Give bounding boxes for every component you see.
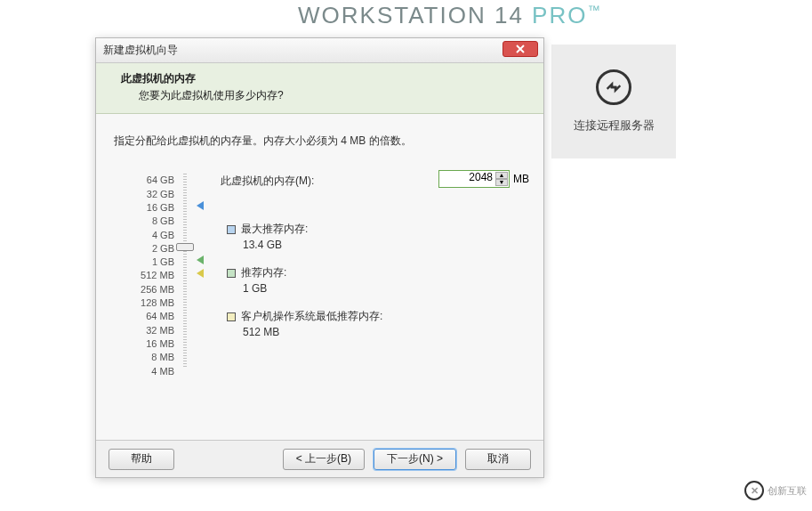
new-vm-wizard-dialog: 新建虚拟机向导 此虚拟机的内存 您要为此虚拟机使用多少内存? 指定分配给此虚拟机… — [95, 37, 544, 478]
memory-input-row: 2048 ▲ ▼ MB — [438, 170, 529, 188]
remote-icon — [596, 69, 631, 105]
scale-tick-label: 16 GB — [121, 201, 174, 215]
close-button[interactable] — [502, 41, 538, 57]
remote-server-tile[interactable]: 连接远程服务器 — [551, 45, 676, 158]
recommendations: 最大推荐内存: 13.4 GB 推荐内存: 1 GB 客户机操作系统最低推荐内存… — [227, 222, 382, 353]
memory-hint: 指定分配给此虚拟机的内存量。内存大小必须为 4 MB 的倍数。 — [114, 134, 529, 149]
reco-value: 13.4 GB — [227, 239, 382, 251]
cancel-button[interactable]: 取消 — [465, 449, 531, 470]
back-button[interactable]: < 上一步(B) — [283, 449, 365, 470]
memory-scale: 64 GB 32 GB 16 GB 8 GB 4 GB 2 GB 1 GB 51… — [121, 174, 174, 377]
reco-value: 1 GB — [227, 282, 382, 295]
scale-tick-label: 512 MB — [121, 269, 174, 282]
scale-tick-label: 1 GB — [121, 256, 174, 269]
help-button[interactable]: 帮助 — [109, 449, 174, 470]
scale-tick-label: 16 MB — [121, 337, 174, 351]
memory-unit: MB — [513, 173, 529, 185]
reco-min: 客户机操作系统最低推荐内存: 512 MB — [227, 309, 382, 338]
scale-tick-label: 32 GB — [121, 188, 174, 201]
wizard-footer: 帮助 < 上一步(B) 下一步(N) > 取消 — [96, 440, 543, 477]
scale-tick-label: 64 GB — [121, 174, 174, 187]
reco-max: 最大推荐内存: 13.4 GB — [227, 222, 382, 251]
remote-label: 连接远程服务器 — [574, 118, 655, 134]
scale-tick-label: 64 MB — [121, 310, 174, 323]
memory-value: 2048 — [469, 171, 493, 183]
reco-recommended: 推荐内存: 1 GB — [227, 265, 382, 295]
memory-spinner[interactable]: 2048 ▲ ▼ — [438, 170, 510, 188]
reco-label: 最大推荐内存: — [241, 223, 308, 235]
dialog-title: 新建虚拟机向导 — [103, 43, 178, 58]
product-name: WORKSTATION 14 — [298, 2, 524, 28]
spinner-down-icon[interactable]: ▼ — [495, 179, 508, 186]
square-icon — [227, 269, 236, 278]
watermark-logo-icon: ✕ — [744, 481, 764, 500]
recommended-marker-icon — [197, 256, 204, 264]
square-icon — [227, 312, 236, 321]
product-edition: PRO — [532, 2, 587, 28]
reco-value: 512 MB — [227, 326, 382, 338]
memory-slider-track[interactable] — [183, 174, 187, 368]
wizard-header-title: 此虚拟机的内存 — [121, 70, 533, 87]
square-icon — [227, 225, 236, 234]
scale-tick-label: 8 GB — [121, 215, 174, 228]
scale-tick-label: 4 MB — [121, 365, 174, 378]
reco-label: 客户机操作系统最低推荐内存: — [241, 310, 382, 322]
wizard-header-sub: 您要为此虚拟机使用多少内存? — [121, 87, 533, 104]
min-marker-icon — [197, 269, 204, 278]
scale-tick-label: 128 MB — [121, 296, 174, 310]
scale-tick-label: 8 MB — [121, 351, 174, 364]
scale-tick-label: 4 GB — [121, 229, 174, 242]
memory-area: 此虚拟机的内存(M): 2048 ▲ ▼ MB 64 GB 32 GB 16 G… — [114, 174, 529, 387]
wizard-header: 此虚拟机的内存 您要为此虚拟机使用多少内存? — [96, 63, 543, 114]
scale-tick-label: 2 GB — [121, 242, 174, 256]
scale-tick-label: 32 MB — [121, 324, 174, 337]
wizard-content: 指定分配给此虚拟机的内存量。内存大小必须为 4 MB 的倍数。 此虚拟机的内存(… — [96, 114, 543, 396]
titlebar[interactable]: 新建虚拟机向导 — [96, 38, 543, 63]
product-title: WORKSTATION 14 PRO™ — [298, 2, 601, 29]
watermark-text: 创新互联 — [768, 484, 807, 498]
memory-slider-thumb[interactable] — [176, 243, 194, 251]
max-marker-icon — [197, 201, 204, 210]
scale-tick-label: 256 MB — [121, 283, 174, 296]
watermark: ✕ 创新互联 — [744, 481, 807, 500]
next-button[interactable]: 下一步(N) > — [374, 449, 456, 470]
memory-input-label: 此虚拟机的内存(M): — [221, 174, 314, 189]
spinner-arrows[interactable]: ▲ ▼ — [495, 172, 508, 186]
reco-label: 推荐内存: — [241, 266, 286, 279]
trademark: ™ — [587, 3, 601, 17]
spinner-up-icon[interactable]: ▲ — [495, 172, 508, 179]
